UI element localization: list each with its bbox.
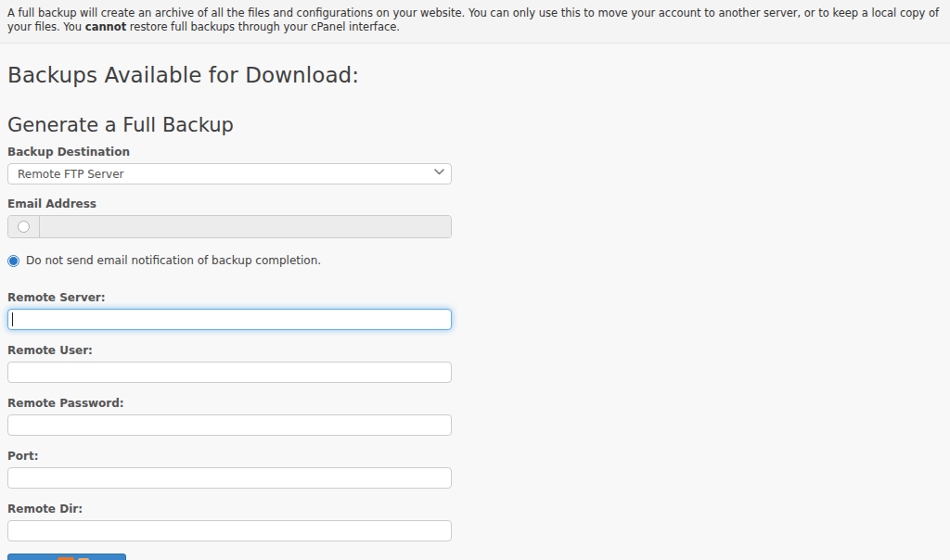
email-address-input — [40, 216, 451, 237]
form-group-remote-password: Remote Password: — [7, 397, 452, 436]
remote-user-label: Remote User: — [7, 344, 452, 357]
email-radio-addon[interactable] — [8, 216, 40, 237]
form-group-remote-dir: Remote Dir: — [7, 503, 452, 541]
email-input-group — [7, 215, 452, 238]
form-group-remote-user: Remote User: — [7, 344, 452, 383]
banner-text-after: restore full backups through your cPanel… — [126, 20, 400, 33]
banner-bold-word: cannot — [85, 20, 126, 33]
email-radio-unchecked[interactable] — [18, 221, 30, 233]
text-cursor — [12, 312, 13, 326]
remote-user-input[interactable] — [7, 362, 452, 383]
no-email-option[interactable]: Do not send email notification of backup… — [7, 254, 452, 267]
page-description-banner: A full backup will create an archive of … — [0, 0, 950, 44]
remote-dir-input[interactable] — [7, 520, 452, 541]
cpanel-logo-fragment — [7, 556, 109, 560]
form-group-email-address: Email Address — [7, 197, 452, 238]
port-label: Port: — [7, 450, 452, 463]
generate-backup-heading: Generate a Full Backup — [7, 114, 950, 136]
remote-dir-label: Remote Dir: — [7, 503, 452, 515]
form-group-port: Port: — [7, 450, 452, 489]
no-email-option-label: Do not send email notification of backup… — [26, 254, 321, 267]
backup-destination-label: Backup Destination — [7, 146, 452, 159]
backup-destination-select[interactable]: Remote FTP Server — [7, 163, 452, 185]
no-email-radio-checked[interactable] — [7, 255, 19, 267]
remote-password-input[interactable] — [7, 414, 452, 436]
remote-password-label: Remote Password: — [7, 397, 452, 410]
email-address-label: Email Address — [7, 197, 452, 210]
form-group-backup-destination: Backup Destination Remote FTP Server — [7, 146, 452, 185]
form-group-remote-server: Remote Server: — [7, 291, 452, 330]
remote-server-input[interactable] — [7, 309, 452, 330]
full-backup-form: Backup Destination Remote FTP Server Ema… — [7, 146, 452, 560]
port-input[interactable] — [7, 467, 452, 489]
backups-available-heading: Backups Available for Download: — [7, 63, 950, 87]
remote-server-label: Remote Server: — [7, 291, 452, 304]
